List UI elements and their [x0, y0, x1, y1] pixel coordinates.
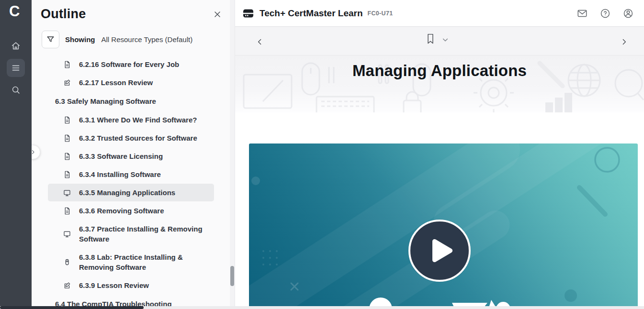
edit-icon: [63, 281, 71, 290]
outline-item-label: 6.3.8 Lab: Practice Installing & Removin…: [79, 252, 203, 272]
document-icon: [63, 152, 71, 161]
outline-item[interactable]: 6.3.3 Software Licensing: [48, 147, 214, 165]
play-button[interactable]: [408, 220, 471, 282]
outline-scrollbar-thumb[interactable]: [230, 266, 234, 286]
account-icon: [623, 8, 633, 19]
previous-page-button[interactable]: [253, 35, 266, 48]
lesson-title: Managing Applications: [235, 55, 644, 80]
filter-button[interactable]: [42, 31, 59, 48]
outline-item-label: 6.2.16 Software for Every Job: [79, 59, 179, 69]
outline-item-label: 6.3.6 Removing Software: [79, 206, 164, 216]
outline-item-label: 6.3.2 Trusted Sources for Software: [79, 133, 197, 143]
outline-item[interactable]: 6.3.1 Where Do We Find Software?: [48, 111, 214, 129]
outline-list: 6.2.16 Software for Every Job 6.2.17 Les…: [32, 55, 235, 309]
next-page-button[interactable]: [617, 35, 631, 48]
outline-item[interactable]: 6.3.8 Lab: Practice Installing & Removin…: [48, 248, 214, 276]
search-icon: [11, 85, 21, 95]
monitor-icon: [63, 230, 71, 238]
course-code: FC0-U71: [368, 10, 393, 17]
lesson-banner: Managing Applications: [235, 55, 644, 112]
outline-panel: Outline Showing All Resource Types (Defa…: [32, 0, 235, 309]
outline-section-header[interactable]: 6.3 Safely Managing Software: [48, 92, 214, 110]
mouse-icon: [63, 258, 71, 266]
left-rail: C: [0, 0, 32, 309]
outline-item-label: 6.3.3 Software Licensing: [79, 151, 163, 161]
app-header: Tech+ CertMaster Learn FC0-U71: [235, 0, 644, 27]
messages-button[interactable]: [575, 7, 589, 20]
account-button[interactable]: [621, 6, 635, 21]
outline-item-label: 6.3.4 Installing Software: [79, 169, 161, 179]
outline-menu-button[interactable]: [7, 59, 25, 77]
edit-icon: [63, 78, 71, 87]
document-icon: [63, 207, 71, 215]
filter-funnel-icon: [46, 35, 55, 44]
outline-item[interactable]: 6.3.6 Removing Software: [48, 202, 214, 220]
outline-item-label: 6.3.9 Lesson Review: [79, 280, 149, 290]
outline-item[interactable]: 6.3.2 Trusted Sources for Software: [48, 129, 214, 147]
home-button[interactable]: [7, 37, 25, 55]
close-outline-button[interactable]: [212, 9, 223, 20]
outline-item[interactable]: 6.3.9 Lesson Review: [48, 276, 214, 294]
outline-scrollbar-track[interactable]: [230, 0, 235, 306]
chevron-right-icon: [620, 38, 628, 46]
bookmark-icon: [426, 33, 435, 45]
outline-item[interactable]: 6.3.5 Managing Applications: [48, 184, 214, 201]
chevron-down-icon: [442, 38, 448, 42]
chevron-left-icon: [256, 38, 264, 46]
filter-showing-label: Showing: [65, 35, 95, 44]
horizontal-scrollbar-thumb[interactable]: [0, 306, 144, 309]
main-content: Tech+ CertMaster Learn FC0-U71: [235, 0, 644, 309]
filter-value: All Resource Types (Default): [102, 35, 193, 44]
outline-item-label: 6.2.17 Lesson Review: [79, 77, 153, 88]
menu-icon: [11, 63, 21, 73]
help-icon: [600, 8, 610, 19]
mail-icon: [577, 9, 588, 18]
search-button[interactable]: [7, 81, 25, 99]
outline-item[interactable]: 6.2.16 Software for Every Job: [48, 55, 214, 73]
outline-item-label: 6.3.5 Managing Applications: [79, 188, 175, 198]
document-icon: [63, 134, 71, 143]
home-icon: [11, 41, 21, 51]
outline-item[interactable]: 6.3.4 Installing Software: [48, 166, 214, 183]
monitor-icon: [63, 188, 71, 197]
lesson-nav-bar: [235, 27, 644, 55]
outline-item[interactable]: 6.3.7 Practice Installing & Removing Sof…: [48, 220, 214, 248]
outline-item[interactable]: 6.2.17 Lesson Review: [48, 74, 214, 91]
outline-panel-title: Outline: [41, 7, 86, 22]
help-button[interactable]: [598, 6, 612, 21]
comptia-logo[interactable]: C: [0, 0, 32, 19]
bookmark-control[interactable]: [426, 33, 448, 45]
outline-item-label: 6.3.1 Where Do We Find Software?: [79, 115, 197, 125]
document-icon: [63, 170, 71, 179]
app-title: Tech+ CertMaster Learn: [260, 8, 363, 19]
outline-item-label: 6.3 Safely Managing Software: [55, 96, 156, 106]
video-player[interactable]: [249, 143, 638, 309]
outline-item-label: 6.3.7 Practice Installing & Removing Sof…: [79, 224, 203, 244]
document-icon: [63, 60, 71, 69]
horizontal-scrollbar-track[interactable]: [0, 306, 644, 309]
document-icon: [63, 116, 71, 124]
play-icon: [429, 237, 454, 264]
product-card-icon[interactable]: [243, 8, 254, 19]
